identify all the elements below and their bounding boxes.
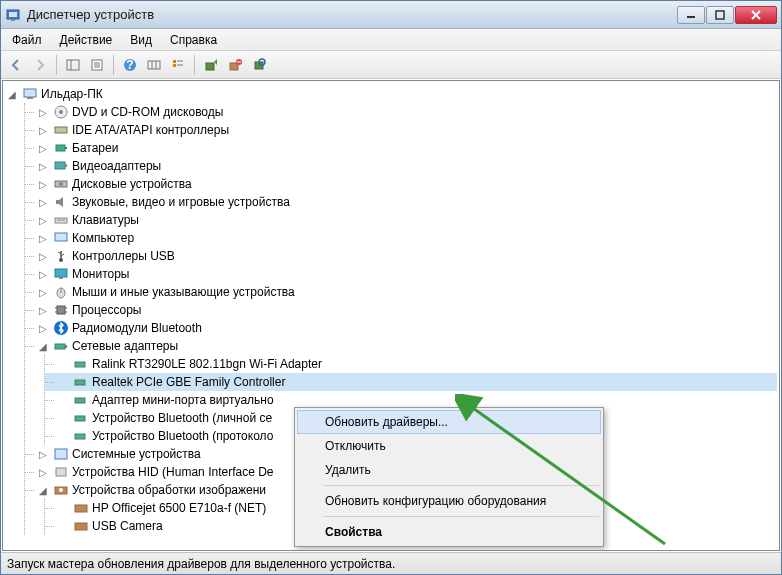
maximize-button[interactable]	[706, 6, 734, 24]
expand-icon[interactable]: ▷	[36, 447, 50, 461]
network-adapter-icon	[73, 356, 89, 372]
svg-rect-59	[75, 416, 85, 421]
sound-icon	[53, 194, 69, 210]
expand-icon[interactable]: ▷	[36, 213, 50, 227]
tree-item[interactable]: ▷Контроллеры USB	[25, 247, 777, 265]
dvd-icon	[53, 104, 69, 120]
tree-item-selected[interactable]: Realtek PCIe GBE Family Controller	[45, 373, 777, 391]
back-button[interactable]	[5, 54, 27, 76]
ctx-disable[interactable]: Отключить	[297, 434, 601, 458]
expand-icon[interactable]: ▷	[36, 231, 50, 245]
svg-rect-36	[65, 164, 67, 167]
svg-rect-66	[75, 523, 87, 530]
tree-item[interactable]: ▷Дисковые устройства	[25, 175, 777, 193]
imaging-icon	[73, 518, 89, 534]
imaging-icon	[53, 482, 69, 498]
grid-button[interactable]	[143, 54, 165, 76]
usb-icon	[53, 248, 69, 264]
ctx-refresh-config[interactable]: Обновить конфигурацию оборудования	[297, 489, 601, 513]
computer-icon	[22, 86, 38, 102]
svg-rect-32	[55, 127, 67, 133]
tree-item[interactable]: ▷Батареи	[25, 139, 777, 157]
collapse-icon[interactable]: ◢	[36, 483, 50, 497]
device-tree-panel[interactable]: ◢ Ильдар-ПК ▷DVD и CD-ROM дисководы ▷IDE…	[2, 80, 780, 551]
expand-icon[interactable]: ▷	[36, 195, 50, 209]
mouse-icon	[53, 284, 69, 300]
svg-rect-56	[75, 362, 85, 367]
properties-button[interactable]	[86, 54, 108, 76]
forward-button[interactable]	[29, 54, 51, 76]
expand-icon[interactable]: ▷	[36, 105, 50, 119]
menu-help[interactable]: Справка	[162, 31, 225, 49]
tree-root[interactable]: ◢ Ильдар-ПК	[5, 85, 777, 103]
menu-action[interactable]: Действие	[52, 31, 121, 49]
toolbar: ?	[1, 51, 781, 79]
imaging-icon	[73, 500, 89, 516]
tree-item[interactable]: ▷IDE ATA/ATAPI контроллеры	[25, 121, 777, 139]
svg-rect-4	[716, 11, 724, 19]
titlebar[interactable]: Диспетчер устройств	[1, 1, 781, 29]
tree-item[interactable]: Ralink RT3290LE 802.11bgn Wi-Fi Adapter	[45, 355, 777, 373]
uninstall-button[interactable]	[224, 54, 246, 76]
collapse-icon[interactable]: ◢	[5, 87, 19, 101]
help-button[interactable]: ?	[119, 54, 141, 76]
expand-icon[interactable]: ▷	[36, 249, 50, 263]
expand-icon[interactable]: ▷	[36, 285, 50, 299]
show-hide-tree-button[interactable]	[62, 54, 84, 76]
svg-rect-57	[75, 380, 85, 385]
ctx-separator	[323, 516, 599, 517]
tree-item[interactable]: ▷Клавиатуры	[25, 211, 777, 229]
svg-rect-28	[24, 89, 36, 97]
statusbar-text: Запуск мастера обновления драйверов для …	[7, 557, 395, 571]
network-adapter-icon	[53, 338, 69, 354]
svg-rect-34	[65, 147, 67, 149]
expand-icon[interactable]: ▷	[36, 321, 50, 335]
toolbar-separator	[113, 55, 114, 75]
minimize-button[interactable]	[677, 6, 705, 24]
svg-rect-7	[67, 60, 79, 70]
ctx-delete[interactable]: Удалить	[297, 458, 601, 482]
menu-file[interactable]: Файл	[4, 31, 50, 49]
bluetooth-icon	[53, 320, 69, 336]
expand-icon[interactable]: ▷	[36, 123, 50, 137]
svg-rect-48	[57, 306, 65, 314]
hid-icon	[53, 464, 69, 480]
expand-icon[interactable]: ▷	[36, 159, 50, 173]
expand-icon[interactable]: ▷	[36, 267, 50, 281]
tree-item[interactable]: ▷Мониторы	[25, 265, 777, 283]
disk-icon	[53, 176, 69, 192]
tree-item[interactable]: ▷Компьютер	[25, 229, 777, 247]
update-driver-button[interactable]	[200, 54, 222, 76]
menu-view[interactable]: Вид	[122, 31, 160, 49]
network-adapter-icon	[73, 374, 89, 390]
system-icon	[53, 446, 69, 462]
tree-item[interactable]: ▷DVD и CD-ROM дисководы	[25, 103, 777, 121]
close-button[interactable]	[735, 6, 777, 24]
computer-icon	[53, 230, 69, 246]
network-adapter-icon	[73, 392, 89, 408]
tree-item[interactable]: ▷Процессоры	[25, 301, 777, 319]
svg-rect-45	[59, 277, 63, 279]
svg-rect-55	[65, 345, 67, 348]
tree-item-network[interactable]: ◢Сетевые адаптеры	[25, 337, 777, 355]
expand-icon[interactable]: ▷	[36, 465, 50, 479]
svg-rect-41	[55, 233, 67, 241]
ctx-properties[interactable]: Свойства	[297, 520, 601, 544]
expand-icon[interactable]: ▷	[36, 177, 50, 191]
ctx-update-drivers[interactable]: Обновить драйверы...	[297, 410, 601, 434]
svg-text:?: ?	[126, 58, 133, 72]
svg-rect-44	[55, 269, 67, 277]
collapse-icon[interactable]: ◢	[36, 339, 50, 353]
tree-item[interactable]: ▷Радиомодули Bluetooth	[25, 319, 777, 337]
tree-item[interactable]: ▷Видеоадаптеры	[25, 157, 777, 175]
tree-item[interactable]: ▷Звуковые, видео и игровые устройства	[25, 193, 777, 211]
svg-rect-62	[56, 468, 66, 476]
toolbar-separator	[56, 55, 57, 75]
expand-icon[interactable]: ▷	[36, 141, 50, 155]
scan-hardware-button[interactable]	[248, 54, 270, 76]
monitor-icon	[53, 266, 69, 282]
svg-rect-35	[55, 162, 65, 169]
tree-item[interactable]: ▷Мыши и иные указывающие устройства	[25, 283, 777, 301]
expand-icon[interactable]: ▷	[36, 303, 50, 317]
list-button[interactable]	[167, 54, 189, 76]
